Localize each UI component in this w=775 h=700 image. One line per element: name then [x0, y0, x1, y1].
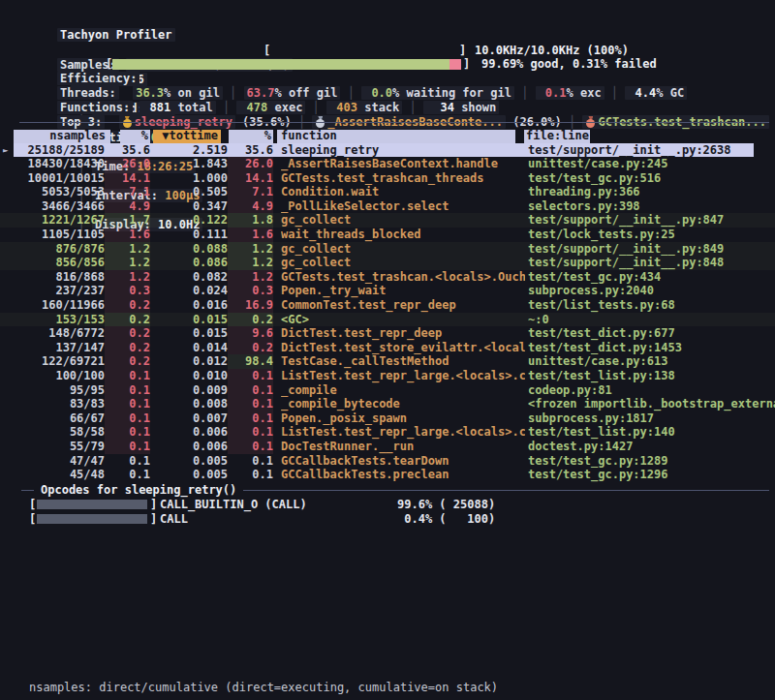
column-header-sample-pct[interactable]: % — [120, 130, 150, 143]
column-header-file-line[interactable]: file:line — [524, 130, 590, 143]
table-row[interactable]: ► 3466/3466 4.9 0.347 4.9 _PollLikeSelec… — [0, 199, 775, 214]
cell-function: Condition.wait — [281, 185, 525, 199]
cell-cumul-pct: 0.1 — [228, 369, 273, 383]
cell-function: Popen._posix_spawn — [281, 411, 525, 426]
process-info-line: PID: 52146 │ Thread: ALL │ Uptime: 0m07s… — [29, 29, 775, 44]
cell-function: GCCallbackTests.preclean — [281, 468, 525, 482]
cell-sample-pct: 0.1 — [105, 425, 150, 440]
table-row[interactable]: ► 137/147 0.2 0.014 0.2 DictTest.test_st… — [0, 341, 775, 355]
table-row[interactable]: ► 100/100 0.1 0.010 0.1 ListTest.test_re… — [0, 369, 775, 383]
cell-function: ListTest.test_repr_large.<locals>.c... — [281, 369, 525, 383]
cell-tottime: 1.000 — [150, 171, 228, 186]
cell-nsamples: 55/79 — [0, 440, 105, 454]
cell-nsamples: 100/100 — [0, 369, 105, 383]
cell-cumul-pct: 0.1 — [228, 411, 273, 426]
opcode-percent-count: 99.6% ( 25088) — [397, 498, 495, 512]
table-row[interactable]: ► 25188/25189 35.6 2.519 35.6 sleeping_r… — [0, 143, 775, 158]
opcode-percent-count: 0.4% ( 100) — [397, 512, 495, 527]
cell-file-line: test/test_gc.py:1296 — [528, 468, 775, 482]
table-row[interactable]: ► 83/83 0.1 0.008 0.1 _compile_bytecode … — [0, 397, 775, 411]
column-header-function[interactable]: function — [277, 130, 515, 143]
table-row[interactable]: ► 10001/10015 14.1 1.000 14.1 GCTests.te… — [0, 171, 775, 186]
cell-tottime: 0.012 — [150, 354, 228, 369]
cell-tottime: 0.505 — [150, 185, 228, 199]
table-row[interactable]: ► 876/876 1.2 0.088 1.2 gc_collect test/… — [0, 242, 775, 257]
cell-nsamples: 122/69721 — [0, 354, 105, 369]
table-row[interactable]: ► 237/237 0.3 0.024 0.3 Popen._try_wait … — [0, 284, 775, 298]
cell-cumul-pct: 7.1 — [228, 185, 273, 199]
opcode-bar-open-bracket: [ — [29, 498, 36, 512]
cell-function: _AssertRaisesBaseContext.handle — [281, 157, 525, 171]
cell-file-line: doctest.py:1427 — [528, 440, 775, 454]
divider-dash — [21, 490, 34, 491]
table-row[interactable]: ► 122/69721 0.2 0.012 98.4 TestCase._cal… — [0, 354, 775, 369]
opcode-bar-close-bracket: ] — [150, 498, 157, 512]
functions-line: Functions: 881 total │ 478 exec │ 403 st… — [29, 86, 775, 101]
cell-sample-pct: 0.1 — [105, 468, 150, 482]
cell-tottime: 0.007 — [150, 411, 228, 426]
cell-nsamples: 58/58 — [0, 425, 105, 440]
table-row[interactable]: ► 148/6772 0.2 0.015 9.6 DictTest.test_r… — [0, 326, 775, 341]
cell-cumul-pct: 35.6 — [228, 143, 273, 158]
cell-sample-pct: 0.1 — [105, 454, 150, 469]
table-row[interactable]: ► 160/11966 0.2 0.016 16.9 CommonTest.te… — [0, 298, 775, 313]
cell-nsamples: 10001/10015 — [0, 171, 105, 186]
cell-function: sleeping_retry — [281, 143, 525, 158]
cell-tottime: 0.006 — [150, 425, 228, 440]
cell-cumul-pct: 0.1 — [228, 440, 273, 454]
table-row[interactable]: ► 95/95 0.1 0.009 0.1 _compile codeop.py… — [0, 383, 775, 398]
table-row[interactable]: ► 153/153 0.2 0.015 0.2 <GC> ~:0 — [0, 313, 775, 327]
cell-cumul-pct: 98.4 — [228, 354, 273, 369]
table-row[interactable]: ► 816/868 1.2 0.082 1.2 GCTests.test_tra… — [0, 270, 775, 285]
cell-file-line: <frozen importlib._bootstrap_externa — [528, 397, 775, 411]
column-header-nsamples[interactable]: nsamples — [14, 130, 110, 143]
cell-tottime: 2.519 — [150, 143, 228, 158]
table-row[interactable]: ► 47/47 0.1 0.005 0.1 GCCallbackTests.te… — [0, 454, 775, 469]
table-row[interactable]: ► 45/48 0.1 0.005 0.1 GCCallbackTests.pr… — [0, 468, 775, 482]
cell-sample-pct: 0.3 — [105, 284, 150, 298]
table-row[interactable]: ► 66/67 0.1 0.007 0.1 Popen._posix_spawn… — [0, 411, 775, 426]
table-row[interactable]: ► 58/58 0.1 0.006 0.1 ListTest.test_repr… — [0, 425, 775, 440]
cell-file-line: test/test_gc.py:516 — [528, 171, 775, 186]
cell-function: gc_collect — [281, 242, 525, 257]
table-header: nsamples % ▼tottime % function file:line — [0, 129, 775, 143]
efficiency-bar — [112, 59, 461, 70]
cell-file-line: test/lock_tests.py:25 — [528, 228, 775, 242]
column-header-cumul-pct[interactable]: % — [229, 130, 273, 143]
table-row[interactable]: ► 55/79 0.1 0.006 0.1 DocTestRunner.__ru… — [0, 440, 775, 454]
table-row[interactable]: ► 856/856 1.2 0.086 1.2 gc_collect test/… — [0, 256, 775, 270]
cell-file-line: subprocess.py:1817 — [528, 411, 775, 426]
cell-cumul-pct: 26.0 — [228, 157, 273, 171]
samples-rate-text: 10.0KHz/10.0KHz (100%) — [475, 44, 629, 58]
cell-function: CommonTest.test_repr_deep — [281, 298, 525, 313]
cell-sample-pct: 0.2 — [105, 298, 150, 313]
cell-function: Popen._try_wait — [281, 284, 525, 298]
footer-legend: nsamples: direct/cumulative (direct=exec… — [29, 680, 498, 695]
table-row[interactable]: ► 1221/1267 1.7 0.122 1.8 gc_collect tes… — [0, 213, 775, 228]
cell-sample-pct: 14.1 — [105, 171, 150, 186]
table-row[interactable]: ► 18430/18430 26.0 1.843 26.0 _AssertRai… — [0, 157, 775, 171]
table-row[interactable]: ► 5053/5053 7.1 0.505 7.1 Condition.wait… — [0, 185, 775, 199]
opcodes-title: Opcodes for sleeping_retry() — [41, 483, 236, 498]
cell-function: _compile — [281, 383, 525, 398]
cell-sample-pct: 0.2 — [105, 326, 150, 341]
opcode-bar-close-bracket: ] — [150, 512, 157, 527]
cell-file-line: test/list_tests.py:68 — [528, 298, 775, 313]
cell-tottime: 0.086 — [150, 256, 228, 270]
cell-function: DictTest.test_store_evilattr.<local... — [281, 341, 525, 355]
efficiency-line: Efficiency: [ ] 99.69% good, 0.31% faile… — [29, 57, 775, 72]
cell-file-line: ~:0 — [528, 313, 775, 327]
cell-tottime: 0.009 — [150, 383, 228, 398]
cell-nsamples: 1105/1105 — [0, 228, 105, 242]
threads-line: Threads: 36.3% on gil │ 63.7% off gil │ … — [29, 72, 775, 86]
cell-tottime: 0.005 — [150, 454, 228, 469]
cell-file-line: test/support/__init__.py:847 — [528, 213, 775, 228]
cell-nsamples: 876/876 — [0, 242, 105, 257]
cell-sample-pct: 1.6 — [105, 228, 150, 242]
table-row[interactable]: ► 1105/1105 1.6 0.111 1.6 wait_threads_b… — [0, 228, 775, 242]
cell-nsamples: 237/237 — [0, 284, 105, 298]
cell-tottime: 0.111 — [150, 228, 228, 242]
cell-file-line: test/test_dict.py:677 — [528, 326, 775, 341]
cell-cumul-pct: 4.9 — [228, 199, 273, 214]
column-header-tottime-sorted[interactable]: ▼tottime — [153, 130, 221, 143]
